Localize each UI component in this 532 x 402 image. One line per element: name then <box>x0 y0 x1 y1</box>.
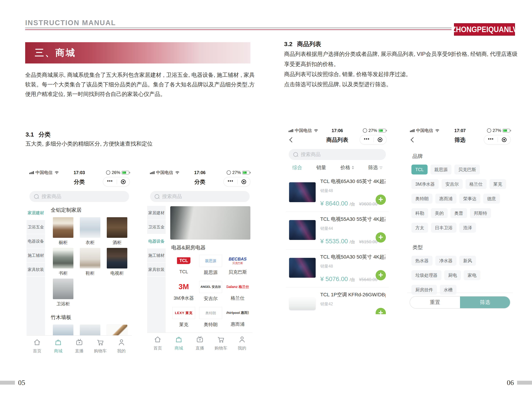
add-to-cart-button[interactable]: + <box>376 232 386 243</box>
tab-home[interactable]: 首页 <box>27 338 48 353</box>
wechat-capsule[interactable]: ••• <box>223 177 250 187</box>
category-item-鞋柜[interactable]: 鞋柜 <box>77 248 104 276</box>
category-item-书柜[interactable]: 书柜 <box>50 248 77 276</box>
tab-live[interactable]: 直播 <box>189 335 210 350</box>
filter-chip-格兰仕[interactable]: 格兰仕 <box>465 179 487 189</box>
wechat-capsule[interactable]: ••• <box>360 135 386 144</box>
filter-chip-厨电[interactable]: 厨电 <box>444 270 461 280</box>
filter-chip-浩泽[interactable]: 浩泽 <box>459 223 476 233</box>
search-input[interactable]: 搜索商品 <box>289 149 386 160</box>
filter-chip-方太[interactable]: 方太 <box>412 223 428 233</box>
tab-home[interactable]: 首页 <box>147 335 168 350</box>
tab-user[interactable]: 我的 <box>231 335 253 350</box>
wechat-capsule[interactable]: ••• <box>484 135 511 144</box>
sidebar-item-家居建材[interactable]: 家居建材 <box>27 206 45 220</box>
brand-item-惠而浦[interactable]: Whirlpool 惠而浦惠而浦 <box>224 307 251 328</box>
filter-chip-安吉尔[interactable]: 安吉尔 <box>442 179 463 189</box>
tab-cart[interactable]: 购物车 <box>210 335 231 350</box>
back-icon[interactable] <box>411 137 416 143</box>
filter-chip-奥特朗[interactable]: 奥特朗 <box>412 194 432 204</box>
minimize-icon[interactable] <box>241 179 246 184</box>
filter-chip-惠而浦[interactable]: 惠而浦 <box>435 194 456 204</box>
brand-item-格兰仕[interactable]: Galanz 格兰仕格兰仕 <box>224 281 251 302</box>
angel-logo-icon: ANGEL 安吉尔 <box>199 281 222 293</box>
product-sales: 销量48 <box>320 264 386 269</box>
sidebar-item-卫浴五金[interactable]: 卫浴五金 <box>147 220 166 234</box>
filter-chip-净水器[interactable]: 净水器 <box>435 256 456 266</box>
back-icon[interactable] <box>289 137 295 143</box>
sort-label: 价格 <box>340 164 350 171</box>
filter-chip-新风[interactable]: 新风 <box>459 256 476 266</box>
reset-button[interactable]: 重置 <box>410 296 460 308</box>
sort-筛选[interactable]: 筛选▽ <box>368 164 382 171</box>
filter-chip-贝克巴斯[interactable]: 贝克巴斯 <box>454 164 480 175</box>
filter-chip-热水器[interactable]: 热水器 <box>412 256 432 266</box>
sidebar-item-电器设备[interactable]: 电器设备 <box>27 234 45 248</box>
tv-cabinet-image <box>107 248 127 269</box>
sidebar-item-家具软装[interactable]: 家具软装 <box>147 263 166 277</box>
filter-chip-德意[interactable]: 德意 <box>483 194 500 204</box>
sidebar-item-电器设备[interactable]: 电器设备 <box>147 234 166 248</box>
price-current: ¥ 5076.00 <box>320 275 348 283</box>
brand-item-莱克[interactable]: LEXY 莱克莱克 <box>170 307 197 328</box>
filter-chip-荣事达[interactable]: 荣事达 <box>459 194 480 204</box>
price-current: ¥ 5454.00 <box>320 313 348 314</box>
add-to-cart-button[interactable]: + <box>376 270 386 280</box>
brand-item-安吉尔[interactable]: ANGEL 安吉尔安吉尔 <box>197 281 224 302</box>
status-time: 17:06 <box>332 128 343 133</box>
sort-综合[interactable]: 综合 <box>292 164 302 171</box>
tab-live[interactable]: 直播 <box>69 338 90 353</box>
brand-item-親思源[interactable]: 親思源親思源 <box>197 255 224 276</box>
search-input[interactable]: 搜索商品 <box>150 191 250 202</box>
brand-item-贝克巴斯[interactable]: BECBAS贝克巴斯贝克巴斯 <box>224 255 251 276</box>
page-title: 商品列表 <box>326 136 348 144</box>
category-item-橱柜[interactable]: 橱柜 <box>50 217 77 245</box>
tab-cart[interactable]: 购物车 <box>90 338 111 353</box>
brand-item-3M净水器[interactable]: 3M3M净水器 <box>170 281 197 302</box>
filter-chip-奥普[interactable]: 奥普 <box>450 208 467 218</box>
brand-item-TCL[interactable]: TCLTCL <box>170 255 197 276</box>
filter-chip-3M净水器[interactable]: 3M净水器 <box>412 179 439 189</box>
price-original: ¥6150.00 <box>359 239 377 244</box>
category-item-酒柜[interactable]: 酒柜 <box>104 217 131 245</box>
wifi-icon <box>175 170 180 175</box>
filter-chip-莱克[interactable]: 莱克 <box>489 179 506 189</box>
apply-filter-button[interactable]: 筛选 <box>460 296 510 308</box>
shoe-cabinet-image <box>80 248 100 269</box>
section-3-1-heading: 3.1分类 <box>25 131 51 139</box>
brand-item-奥特朗[interactable]: 奥特朗奥特朗 <box>197 307 224 328</box>
minimize-icon[interactable] <box>502 138 507 142</box>
minimize-icon[interactable] <box>378 138 382 142</box>
tab-bag[interactable]: 商城 <box>48 338 69 353</box>
tab-user[interactable]: 我的 <box>111 338 132 353</box>
category-item-电视柜[interactable]: 电视柜 <box>104 248 131 276</box>
filter-chip-家电[interactable]: 家电 <box>464 270 480 280</box>
sort-价格[interactable]: 价格 <box>340 164 354 171</box>
sort-销量[interactable]: 销量 <box>316 164 326 171</box>
sidebar-item-家具软装[interactable]: 家具软装 <box>27 263 45 277</box>
filter-chip-科勒[interactable]: 科勒 <box>412 208 428 218</box>
search-input[interactable]: 搜索商品 <box>29 191 129 202</box>
category-item-衣柜[interactable]: 衣柜 <box>77 217 104 245</box>
sidebar-item-施工辅材[interactable]: 施工辅材 <box>27 248 45 263</box>
tab-bag[interactable]: 商城 <box>168 335 189 350</box>
add-to-cart-button[interactable]: + <box>376 195 386 205</box>
filter-chip-TCL[interactable]: TCL <box>412 164 428 175</box>
wifi-icon <box>313 128 319 133</box>
filter-chip-水槽[interactable]: 水槽 <box>440 285 456 295</box>
battery-icon: ⚡ <box>503 129 510 132</box>
filter-chip-美的[interactable]: 美的 <box>431 208 448 218</box>
filter-chip-厨房挂件[interactable]: 厨房挂件 <box>412 285 437 295</box>
minimize-icon[interactable] <box>121 179 126 184</box>
filter-chip-親思源[interactable]: 親思源 <box>431 164 451 175</box>
sidebar-item-卫浴五金[interactable]: 卫浴五金 <box>27 220 45 234</box>
category-item-卫浴柜[interactable]: 卫浴柜 <box>50 279 77 307</box>
filter-chip-邦斯特[interactable]: 邦斯特 <box>470 208 491 218</box>
sidebar-item-施工辅材[interactable]: 施工辅材 <box>147 248 166 263</box>
section-3-1-description: 五大类, 多细分小类的精细区分, 方便快速查找和定位 <box>25 140 152 148</box>
sidebar-item-家居建材[interactable]: 家居建材 <box>147 206 166 220</box>
filter-chip-日丰卫浴[interactable]: 日丰卫浴 <box>431 223 456 233</box>
filter-chip-垃圾处理器[interactable]: 垃圾处理器 <box>412 270 441 280</box>
wechat-capsule[interactable]: ••• <box>103 177 130 187</box>
page-title: 分类 <box>74 178 85 186</box>
